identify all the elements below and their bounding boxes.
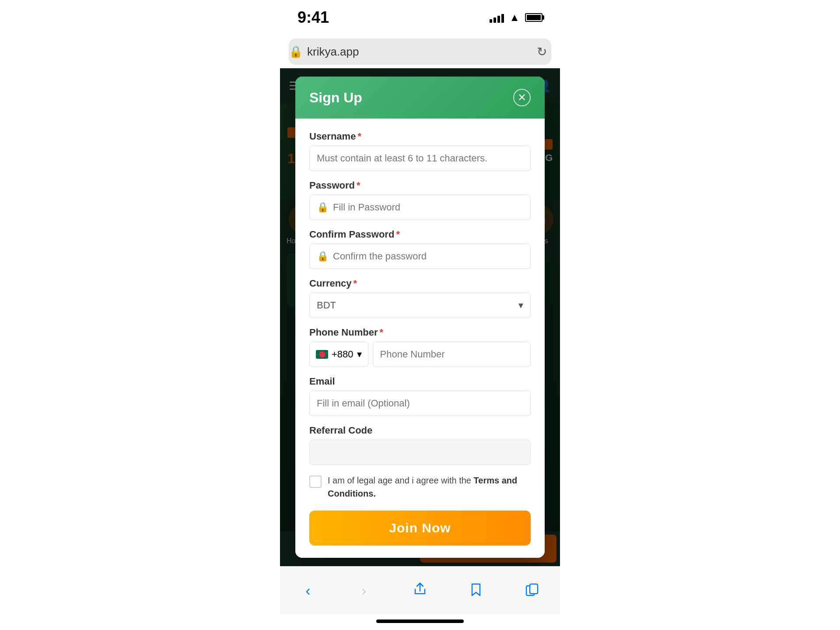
referral-code-input-wrapper[interactable] [309,440,531,465]
join-now-button[interactable]: Join Now [309,511,531,546]
referral-code-label: Referral Code [309,425,531,436]
phone-country-selector[interactable]: +880 ▾ [309,342,368,367]
password-group: Password * 🔒 [309,180,531,220]
confirm-password-input-wrapper[interactable]: 🔒 [309,244,531,269]
phone-number-group: Phone Number * +880 ▾ [309,327,531,367]
phone-row: +880 ▾ [309,342,531,367]
terms-checkbox[interactable] [309,476,322,488]
browser-nav: ‹ › [280,566,560,614]
currency-value: BDT [317,300,336,311]
lock-icon: 🔒 [289,45,303,59]
password-input-wrapper[interactable]: 🔒 [309,195,531,220]
currency-select[interactable]: BDT ▾ [309,293,531,318]
confirm-password-group: Confirm Password * 🔒 [309,229,531,269]
email-label: Email [309,376,531,387]
username-required: * [357,131,361,142]
email-group: Email [309,376,531,416]
bangladesh-flag [316,350,328,359]
back-button[interactable]: ‹ [295,578,321,604]
phone-number-input-wrapper[interactable] [373,342,531,367]
currency-dropdown-icon: ▾ [518,300,523,311]
bookmark-button[interactable] [463,578,489,604]
username-input[interactable] [317,153,523,164]
signal-icon [490,12,504,23]
username-input-wrapper[interactable] [309,146,531,171]
svg-rect-1 [530,584,538,594]
share-icon [413,581,427,600]
status-time: 9:41 [298,8,329,27]
modal-close-button[interactable]: ✕ [513,89,531,106]
currency-label: Currency * [309,278,531,289]
referral-code-group: Referral Code [309,425,531,465]
password-lock-icon: 🔒 [317,202,329,213]
currency-required: * [354,278,357,289]
email-input[interactable] [317,398,523,409]
modal-title: Sign Up [309,90,362,106]
status-bar: 9:41 ▲ [280,0,560,35]
url-bar-inner[interactable]: 🔒 krikya.app ↻ [289,38,551,65]
phone-number-input[interactable] [380,342,523,367]
back-icon: ‹ [305,582,310,599]
modal-header: Sign Up ✕ [295,77,545,119]
battery-icon [525,13,542,22]
status-icons: ▲ [490,11,542,24]
forward-button[interactable]: › [351,578,377,604]
browser-content: ☰ 🔥 KRIKYA 👤 REFERRAL REFERRAL 1,000,000… [280,68,560,566]
home-indicator [376,620,464,623]
password-input[interactable] [333,202,523,213]
username-label: Username * [309,131,531,142]
url-text: krikya.app [307,45,359,59]
referral-code-input[interactable] [317,447,523,458]
wifi-icon: ▲ [509,11,520,24]
confirm-password-label: Confirm Password * [309,229,531,240]
modal-overlay: Sign Up ✕ Username * [280,68,560,566]
phone-number-label: Phone Number * [309,327,531,338]
terms-text: I am of legal age and i agree with the T… [328,474,531,500]
email-input-wrapper[interactable] [309,391,531,416]
reload-icon[interactable]: ↻ [537,45,547,59]
phone-frame: 9:41 ▲ 🔒 krikya.app ↻ ☰ [280,0,560,630]
modal-body: Username * Password * [295,119,545,558]
confirm-password-input[interactable] [333,251,523,262]
password-required: * [357,180,360,191]
country-code: +880 [332,349,354,360]
username-group: Username * [309,131,531,171]
signup-modal: Sign Up ✕ Username * [295,77,545,558]
confirm-password-required: * [396,229,400,240]
phone-dropdown-icon: ▾ [357,349,362,360]
bookmark-icon [469,582,483,599]
phone-required: * [379,327,383,338]
share-button[interactable] [407,578,433,604]
currency-group: Currency * BDT ▾ [309,278,531,318]
tabs-button[interactable] [519,578,545,604]
password-label: Password * [309,180,531,191]
terms-row: I am of legal age and i agree with the T… [309,474,531,500]
tabs-icon [525,582,539,599]
url-bar: 🔒 krikya.app ↻ [280,35,560,68]
forward-icon: › [361,582,366,599]
confirm-password-lock-icon: 🔒 [317,251,329,262]
